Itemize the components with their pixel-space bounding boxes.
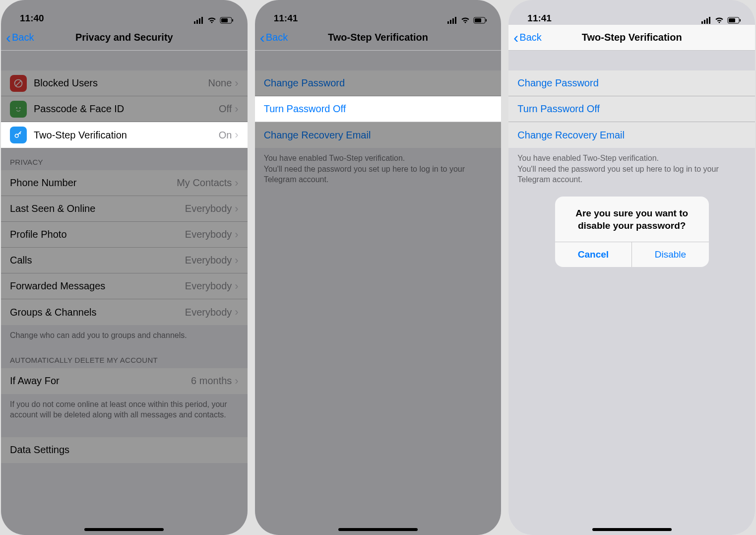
label: Calls [10, 255, 185, 266]
privacy-footer: Change who can add you to groups and cha… [1, 325, 248, 346]
svg-rect-3 [201, 17, 203, 24]
status-time: 11:41 [527, 13, 552, 24]
row-change-recovery-email[interactable]: Change Recovery Email [255, 122, 502, 148]
cellular-icon [701, 17, 711, 24]
twostep-footer: You have enabled Two-Step verification. … [508, 148, 755, 190]
row-phone-number[interactable]: Phone Number My Contacts › [1, 170, 248, 196]
content: Blocked Users None › Passcode & Face ID … [1, 51, 248, 535]
home-indicator[interactable] [338, 528, 418, 531]
alert-cancel-button[interactable]: Cancel [555, 242, 632, 267]
row-change-recovery-email[interactable]: Change Recovery Email [508, 122, 755, 148]
row-if-away-for[interactable]: If Away For 6 months › [1, 368, 248, 394]
row-groups-channels[interactable]: Groups & Channels Everybody › [1, 299, 248, 325]
value: 6 months [191, 375, 232, 387]
value: Everybody [185, 307, 232, 318]
svg-rect-5 [221, 18, 228, 22]
svg-point-9 [16, 107, 17, 109]
value: On [219, 130, 232, 141]
home-indicator[interactable] [84, 528, 164, 531]
label: Change Password [264, 77, 493, 89]
back-button[interactable]: ‹ Back [255, 30, 288, 45]
row-turn-password-off[interactable]: Turn Password Off [255, 96, 502, 122]
back-label: Back [12, 32, 34, 43]
row-two-step-verification[interactable]: Two-Step Verification On › [1, 122, 248, 148]
status-right [447, 17, 487, 24]
value: Off [219, 103, 232, 115]
value: Everybody [185, 229, 232, 240]
svg-rect-6 [232, 19, 233, 22]
svg-rect-15 [455, 17, 456, 24]
chevron-left-icon: ‹ [6, 30, 11, 45]
label: Profile Photo [10, 229, 185, 240]
svg-rect-20 [704, 20, 705, 24]
label: Change Recovery Email [264, 130, 493, 141]
alert-buttons: Cancel Disable [555, 242, 709, 267]
svg-rect-2 [199, 18, 200, 24]
cellular-icon [447, 17, 457, 24]
battery-icon [220, 17, 234, 24]
status-time: 11:40 [20, 13, 44, 24]
page-title: Privacy and Security [1, 32, 248, 43]
back-label: Back [266, 32, 288, 43]
disable-password-alert: Are you sure you want to disable your pa… [555, 197, 709, 267]
delete-footer: If you do not come online at least once … [1, 394, 248, 425]
label: Groups & Channels [10, 307, 185, 318]
svg-rect-19 [701, 21, 703, 24]
label: Passcode & Face ID [34, 103, 219, 115]
twostep-group: Change Password Turn Password Off Change… [508, 70, 755, 148]
status-bar: 11:41 [255, 0, 502, 25]
status-right [194, 17, 234, 24]
row-change-password[interactable]: Change Password [255, 70, 502, 96]
row-turn-password-off[interactable]: Turn Password Off [508, 96, 755, 122]
chevron-right-icon: › [235, 202, 238, 215]
blocked-icon [10, 75, 27, 92]
home-indicator-wrap [508, 528, 755, 531]
row-passcode-faceid[interactable]: Passcode & Face ID Off › [1, 96, 248, 122]
svg-point-10 [19, 107, 21, 109]
chevron-right-icon: › [235, 177, 238, 190]
label: If Away For [10, 375, 191, 387]
row-change-password[interactable]: Change Password [508, 70, 755, 96]
row-blocked-users[interactable]: Blocked Users None › [1, 70, 248, 96]
faceid-icon [10, 101, 27, 118]
delete-group: If Away For 6 months › [1, 368, 248, 394]
svg-rect-18 [486, 19, 487, 22]
back-button[interactable]: ‹ Back [508, 30, 541, 45]
battery-icon [473, 17, 487, 24]
label: Two-Step Verification [34, 130, 219, 141]
value: None [208, 77, 232, 89]
alert-disable-button[interactable]: Disable [631, 242, 709, 267]
nav-bar: ‹ Back Two-Step Verification [255, 25, 502, 51]
row-forwarded-messages[interactable]: Forwarded Messages Everybody › [1, 273, 248, 299]
row-last-seen[interactable]: Last Seen & Online Everybody › [1, 196, 248, 222]
svg-rect-24 [729, 18, 735, 22]
home-indicator[interactable] [592, 528, 672, 531]
alert-title: Are you sure you want to disable your pa… [555, 197, 709, 242]
nav-bar: ‹ Back Two-Step Verification [508, 25, 755, 51]
content: Change Password Turn Password Off Change… [255, 51, 502, 535]
back-button[interactable]: ‹ Back [1, 30, 34, 45]
key-icon [10, 127, 27, 143]
content: Change Password Turn Password Off Change… [508, 51, 755, 535]
home-indicator-wrap [1, 528, 248, 531]
row-calls[interactable]: Calls Everybody › [1, 248, 248, 273]
nav-bar: ‹ Back Privacy and Security [1, 25, 248, 51]
svg-rect-21 [706, 18, 708, 24]
label: Phone Number [10, 177, 177, 189]
wifi-icon [207, 17, 217, 24]
home-indicator-wrap [255, 528, 502, 531]
privacy-group: Phone Number My Contacts › Last Seen & O… [1, 170, 248, 325]
value: Everybody [185, 203, 232, 214]
screen-two-step: 11:41 ‹ Back Two-Step Verification Chang… [255, 0, 502, 535]
data-settings-group: Data Settings [1, 437, 248, 463]
chevron-right-icon: › [235, 103, 238, 116]
chevron-right-icon: › [235, 375, 238, 388]
row-profile-photo[interactable]: Profile Photo Everybody › [1, 222, 248, 248]
status-bar: 11:41 [508, 0, 755, 25]
label: Change Password [517, 77, 746, 89]
label: Change Recovery Email [517, 130, 746, 141]
twostep-footer: You have enabled Two-Step verification. … [255, 148, 502, 190]
wifi-icon [714, 17, 724, 24]
svg-line-8 [16, 81, 21, 86]
row-data-settings[interactable]: Data Settings [1, 437, 248, 463]
